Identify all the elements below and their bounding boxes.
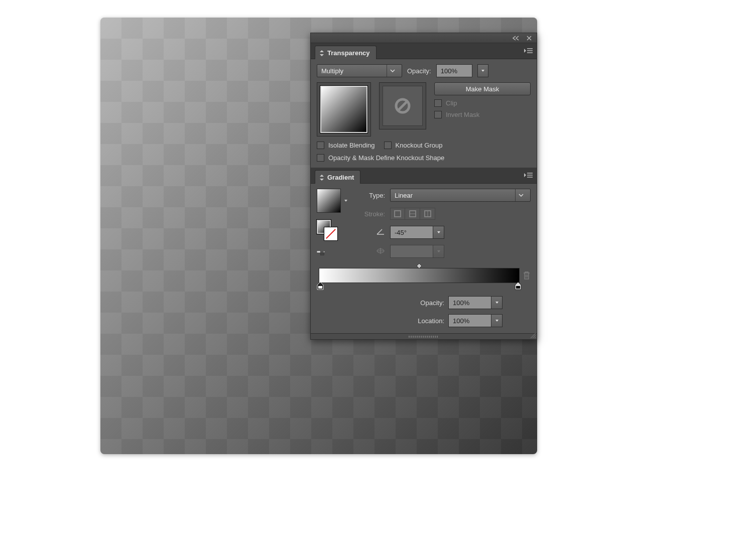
stroke-align-within[interactable] [390, 208, 405, 220]
opacity-stepper[interactable] [477, 64, 488, 77]
thumbnail-container [317, 82, 371, 136]
panel-resize-grip[interactable] [311, 333, 537, 339]
stop-location-stepper[interactable] [491, 314, 503, 327]
panels-window: Transparency Multiply Opacity: 100% [310, 33, 537, 340]
aspect-ratio-stepper [433, 245, 444, 258]
svg-rect-10 [318, 286, 322, 289]
checkbox-box [434, 99, 442, 107]
opacity-label: Opacity: [407, 67, 431, 75]
gradient-slider[interactable] [319, 268, 520, 283]
color-stop-left[interactable] [317, 282, 324, 290]
gradient-body: Type: Linear Stroke: [311, 184, 537, 333]
svg-line-1 [398, 101, 407, 110]
knockout-group-checkbox[interactable]: Knockout Group [384, 142, 443, 149]
window-titlebar[interactable] [311, 33, 537, 43]
svg-rect-3 [320, 253, 324, 255]
transparency-body: Multiply Opacity: 100% [311, 59, 537, 168]
delete-stop-icon[interactable] [523, 271, 531, 280]
blend-mode-value: Multiply [321, 67, 343, 75]
stop-location-label: Location: [409, 317, 444, 325]
angle-input[interactable]: -45° [390, 226, 433, 239]
stop-opacity-stepper[interactable] [491, 296, 503, 309]
stop-location-field[interactable]: 100% [448, 314, 503, 327]
opacity-value: 100% [441, 67, 457, 75]
chevron-down-icon [515, 189, 526, 201]
opacity-mask-define-label: Opacity & Mask Define Knockout Shape [328, 154, 444, 162]
stop-opacity-field[interactable]: 100% [448, 296, 503, 309]
gradient-type-select[interactable]: Linear [390, 189, 531, 202]
opacity-input[interactable]: 100% [436, 64, 472, 77]
knockout-label: Knockout Group [396, 142, 443, 149]
mask-thumbnail[interactable] [383, 86, 423, 126]
panel-menu-icon[interactable] [524, 47, 533, 54]
angle-field[interactable]: -45° [390, 226, 444, 239]
color-stop-right[interactable] [515, 282, 522, 290]
clip-checkbox[interactable]: Clip [434, 99, 531, 107]
fill-stroke-toggle[interactable] [317, 220, 339, 242]
aspect-ratio-input [390, 245, 433, 258]
stroke-align-along[interactable] [405, 208, 420, 220]
reverse-gradient-icon[interactable] [317, 249, 325, 257]
object-thumbnail[interactable] [320, 86, 367, 133]
resize-corner-icon[interactable] [529, 331, 536, 338]
tab-label: Gradient [327, 174, 354, 181]
tab-label: Transparency [327, 49, 370, 57]
type-label: Type: [359, 192, 385, 199]
expand-collapse-icon [319, 50, 324, 57]
angle-value: -45° [395, 229, 407, 236]
aspect-ratio-field [390, 245, 444, 258]
make-mask-label: Make Mask [466, 85, 499, 93]
isolate-label: Isolate Blending [328, 142, 375, 149]
stop-location-input[interactable]: 100% [448, 314, 491, 327]
invert-mask-label: Invert Mask [446, 111, 479, 118]
stroke-swatch[interactable] [324, 227, 338, 241]
tab-transparency[interactable]: Transparency [315, 46, 377, 59]
close-icon[interactable] [526, 35, 533, 42]
tab-gradient[interactable]: Gradient [315, 170, 360, 184]
stroke-label: Stroke: [359, 210, 385, 218]
checkbox-box [317, 154, 324, 162]
gradient-swatch-menu[interactable] [343, 198, 349, 204]
grip-dots [409, 336, 439, 338]
gradient-track[interactable] [319, 268, 520, 283]
stop-opacity-input[interactable]: 100% [448, 296, 491, 309]
midpoint-diamond-icon[interactable] [416, 263, 422, 269]
collapse-icon[interactable] [513, 35, 520, 42]
aspect-ratio-icon [359, 247, 385, 256]
stroke-align-across[interactable] [420, 208, 435, 220]
transparency-tab-row: Transparency [311, 43, 537, 59]
mask-thumbnail-container [379, 82, 426, 129]
chevron-down-icon [387, 65, 398, 77]
checkbox-box [317, 142, 324, 149]
no-mask-icon [394, 97, 411, 114]
angle-icon [359, 228, 385, 237]
isolate-blending-checkbox[interactable]: Isolate Blending [317, 142, 375, 149]
gradient-tab-row: Gradient [311, 168, 537, 184]
stroke-alignment-group [390, 208, 435, 220]
angle-stepper[interactable] [433, 226, 444, 239]
stop-opacity-value: 100% [453, 299, 469, 307]
opacity-mask-define-checkbox[interactable]: Opacity & Mask Define Knockout Shape [317, 154, 531, 162]
stop-opacity-label: Opacity: [409, 299, 444, 307]
panel-menu-icon[interactable] [524, 172, 533, 179]
blend-mode-select[interactable]: Multiply [317, 64, 402, 77]
gradient-swatch[interactable] [317, 189, 341, 213]
svg-rect-4 [395, 211, 401, 217]
checkbox-box [384, 142, 392, 149]
clip-label: Clip [446, 99, 457, 107]
gradient-type-value: Linear [395, 192, 413, 199]
svg-rect-11 [516, 286, 520, 289]
expand-collapse-icon [319, 174, 324, 181]
make-mask-button[interactable]: Make Mask [434, 82, 531, 95]
checkbox-box [434, 111, 442, 118]
stop-location-value: 100% [453, 317, 469, 325]
svg-rect-2 [317, 251, 320, 253]
invert-mask-checkbox[interactable]: Invert Mask [434, 111, 531, 118]
